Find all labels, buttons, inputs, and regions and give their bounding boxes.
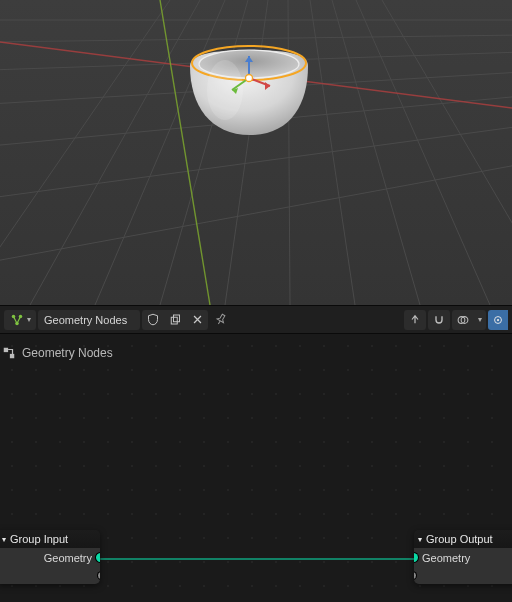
node-tree-icon bbox=[10, 313, 24, 327]
overlay-icon bbox=[457, 313, 469, 327]
svg-rect-31 bbox=[171, 317, 177, 324]
editor-type-selector[interactable]: ▾ bbox=[4, 310, 36, 330]
node-editor-header: ▾ Geometry Nodes bbox=[0, 305, 512, 334]
new-copy-icon bbox=[169, 313, 181, 326]
socket-label: Geometry bbox=[44, 552, 92, 564]
close-icon bbox=[192, 314, 203, 325]
svg-point-36 bbox=[497, 318, 499, 320]
viewport-3d[interactable] bbox=[0, 0, 512, 305]
node-title-text: Group Input bbox=[10, 533, 68, 545]
viewport-canvas bbox=[0, 0, 512, 305]
shield-icon bbox=[147, 313, 159, 326]
snap-icon bbox=[433, 313, 445, 327]
node-socket-row bbox=[414, 568, 512, 584]
node-socket-row: Geometry bbox=[0, 548, 100, 568]
chevron-down-icon: ▾ bbox=[2, 535, 6, 544]
breadcrumb: Geometry Nodes bbox=[2, 346, 113, 360]
output-socket-virtual[interactable] bbox=[98, 572, 100, 579]
svg-rect-38 bbox=[10, 354, 14, 358]
socket-label: Geometry bbox=[422, 552, 470, 564]
node-tree-name-text: Geometry Nodes bbox=[44, 314, 127, 326]
chevron-down-icon: ▾ bbox=[478, 315, 482, 324]
breadcrumb-label: Geometry Nodes bbox=[22, 346, 113, 360]
node-socket-row bbox=[0, 568, 100, 584]
node-tree-icon bbox=[2, 346, 16, 360]
fake-user-button[interactable] bbox=[142, 310, 164, 330]
node-link-geometry[interactable] bbox=[100, 558, 416, 560]
overlay-button[interactable] bbox=[452, 310, 474, 330]
new-node-tree-button[interactable] bbox=[164, 310, 186, 330]
input-socket-geometry[interactable] bbox=[414, 553, 418, 562]
node-title-text: Group Output bbox=[426, 533, 493, 545]
node-group-input[interactable]: ▾ Group Input Geometry bbox=[0, 530, 100, 584]
svg-point-20 bbox=[207, 60, 243, 120]
output-socket-geometry[interactable] bbox=[96, 553, 100, 562]
unlink-node-tree-button[interactable] bbox=[186, 310, 208, 330]
snap-button[interactable] bbox=[428, 310, 450, 330]
svg-rect-32 bbox=[174, 315, 180, 322]
node-socket-row: Geometry bbox=[414, 548, 512, 568]
node-title-bar[interactable]: ▾ Group Input bbox=[0, 530, 100, 548]
chevron-down-icon: ▾ bbox=[27, 315, 31, 324]
pin-icon bbox=[215, 313, 227, 326]
pin-button[interactable] bbox=[210, 310, 232, 330]
overlay-dropdown[interactable]: ▾ bbox=[474, 310, 486, 330]
view-button[interactable] bbox=[488, 310, 508, 330]
svg-point-27 bbox=[246, 75, 253, 82]
input-socket-virtual[interactable] bbox=[414, 572, 416, 579]
chevron-down-icon: ▾ bbox=[418, 535, 422, 544]
go-parent-icon bbox=[409, 313, 421, 326]
node-tree-name-input[interactable]: Geometry Nodes bbox=[38, 310, 140, 330]
node-group-output[interactable]: ▾ Group Output Geometry bbox=[414, 530, 512, 584]
svg-rect-37 bbox=[4, 348, 8, 352]
view-icon bbox=[493, 313, 503, 327]
go-parent-button[interactable] bbox=[404, 310, 426, 330]
node-title-bar[interactable]: ▾ Group Output bbox=[414, 530, 512, 548]
node-editor-area[interactable]: Geometry Nodes ▾ Group Input Geometry ▾ … bbox=[0, 334, 512, 602]
